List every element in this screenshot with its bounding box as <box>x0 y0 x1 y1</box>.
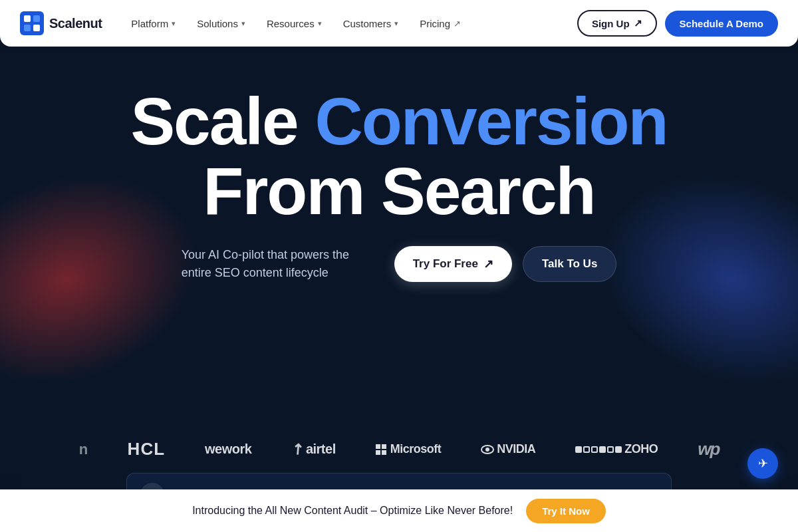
platform-chevron-icon: ▾ <box>172 19 176 28</box>
nav-resources[interactable]: Resources ▾ <box>257 13 331 35</box>
nav-solutions[interactable]: Solutions ▾ <box>188 13 255 35</box>
logos-strip: n HCL wework ↗ airtel Microsoft NVIDIA Z… <box>0 419 798 473</box>
hero-buttons: Try For Free ↗ Talk To Us <box>394 246 617 282</box>
bottom-banner: Introducing the All New Content Audit – … <box>0 489 798 532</box>
nav-platform[interactable]: Platform ▾ <box>122 13 185 35</box>
logo-brand-partial: n <box>79 441 88 458</box>
nav-links: Platform ▾ Solutions ▾ Resources ▾ Custo… <box>122 13 571 35</box>
svg-rect-1 <box>24 15 31 22</box>
nav-pricing[interactable]: Pricing ↗ <box>410 13 470 35</box>
navbar: Scalenut Platform ▾ Solutions ▾ Resource… <box>0 0 798 47</box>
schedule-demo-button[interactable]: Schedule A Demo <box>665 11 778 37</box>
svg-rect-2 <box>33 15 40 22</box>
logo-wework: wework <box>205 442 251 457</box>
pricing-external-icon: ↗ <box>454 19 461 29</box>
hero-section: Scale Conversion From Search Your AI Co-… <box>0 47 798 419</box>
try-for-free-button[interactable]: Try For Free ↗ <box>394 246 512 282</box>
signup-button[interactable]: Sign Up ↗ <box>577 10 657 37</box>
nvidia-eye-icon <box>481 445 494 454</box>
hero-title-line2: From Search <box>27 156 771 226</box>
hero-title-line1: Scale Conversion <box>27 86 771 156</box>
microsoft-grid-icon <box>376 444 386 455</box>
try-arrow-icon: ↗ <box>483 257 493 271</box>
chat-float-button[interactable]: ✈ <box>747 448 778 479</box>
logo-airtel: ↗ airtel <box>291 441 335 458</box>
logo[interactable]: Scalenut <box>20 11 102 35</box>
hero-body: Your AI Co-pilot that powers the entire … <box>27 246 771 282</box>
svg-rect-0 <box>20 11 44 35</box>
nav-actions: Sign Up ↗ Schedule A Demo <box>577 10 778 37</box>
logo-microsoft: Microsoft <box>376 442 442 456</box>
svg-rect-3 <box>24 25 31 31</box>
solutions-chevron-icon: ▾ <box>241 19 245 28</box>
signup-arrow-icon: ↗ <box>634 17 642 29</box>
resources-chevron-icon: ▾ <box>318 19 322 28</box>
banner-text: Introducing the All New Content Audit – … <box>192 505 513 517</box>
logo-text: Scalenut <box>49 16 102 31</box>
hero-subtitle: Your AI Co-pilot that powers the entire … <box>182 246 354 282</box>
svg-rect-4 <box>33 25 40 31</box>
nav-customers[interactable]: Customers ▾ <box>334 13 408 35</box>
customers-chevron-icon: ▾ <box>394 19 398 28</box>
logo-wp: wp <box>698 439 719 460</box>
hero-title: Scale Conversion From Search <box>27 86 771 226</box>
logo-zoho: ZOHO <box>575 442 658 456</box>
airtel-icon: ↗ <box>287 439 307 460</box>
logo-hcl: HCL <box>128 439 165 460</box>
talk-to-us-button[interactable]: Talk To Us <box>523 246 616 282</box>
logo-nvidia: NVIDIA <box>481 442 535 456</box>
chat-icon: ✈ <box>758 456 768 471</box>
zoho-boxes-icon <box>575 446 622 453</box>
try-it-now-button[interactable]: Try It Now <box>526 499 606 523</box>
